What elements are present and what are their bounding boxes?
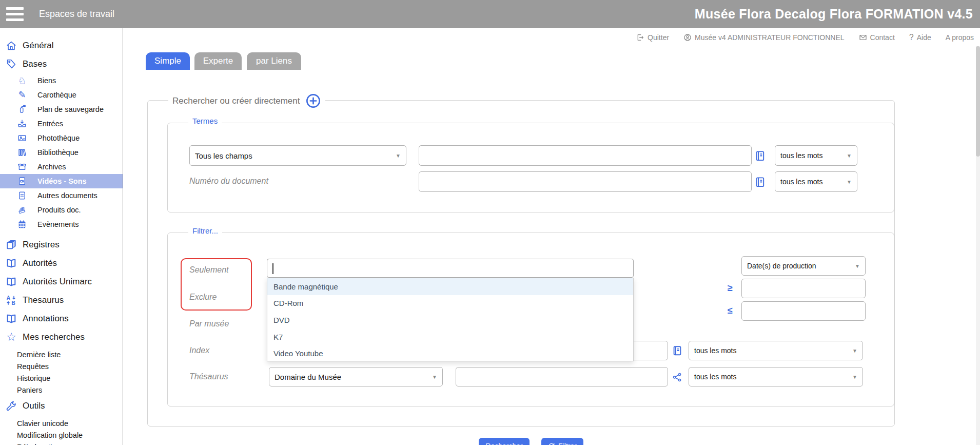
user-icon <box>683 33 692 42</box>
star-icon: ☆ <box>5 332 17 343</box>
date-field-select[interactable]: Date(s) de production ▼ <box>741 256 866 276</box>
sidebar-item-autorites[interactable]: Autorités <box>0 254 123 273</box>
seulement-exclure-highlight-box <box>181 258 252 311</box>
terms-words-select[interactable]: tous les mots ▼ <box>775 145 857 166</box>
svg-text:B: B <box>11 300 15 306</box>
scrollbar-thumb[interactable] <box>976 46 980 157</box>
quit-link[interactable]: Quitter <box>636 33 669 42</box>
open-book-icon <box>5 258 17 269</box>
sidebar-item-videos-sons[interactable]: Vidéos - Sons <box>0 174 123 188</box>
filtrer-button[interactable]: Filtrer <box>541 438 583 445</box>
help-link[interactable]: ? Aide <box>909 33 931 42</box>
share-hierarchy-icon[interactable] <box>672 371 684 384</box>
chevron-down-icon: ▼ <box>847 153 852 159</box>
sidebar-item-registres[interactable]: Registres <box>0 236 123 254</box>
sidebar-item-historique[interactable]: Historique <box>0 372 123 384</box>
tab-simple[interactable]: Simple <box>146 52 190 70</box>
index-book-icon[interactable] <box>672 344 684 357</box>
domaine-select[interactable]: Domaine du Musée ▼ <box>269 367 443 386</box>
sidebar-item-outils[interactable]: Outils <box>0 397 123 415</box>
logout-icon <box>636 33 644 42</box>
inbox-download-icon <box>17 119 27 128</box>
sidebar-item-bases[interactable]: Bases <box>0 55 123 73</box>
sidebar-item-reindexation[interactable]: Réindexation <box>0 441 123 445</box>
sidebar-item-carotheque[interactable]: ✎ Carothèque <box>0 88 123 102</box>
field-select[interactable]: Tous les champs ▼ <box>189 145 406 166</box>
open-box-icon <box>17 162 27 171</box>
about-link[interactable]: A propos <box>946 33 974 42</box>
hamburger-menu-icon[interactable] <box>6 7 24 21</box>
sidebar-item-produits-doc[interactable]: Produits doc. <box>0 203 123 217</box>
dropdown-option[interactable]: K7 <box>267 328 633 345</box>
envelope-icon <box>859 33 867 42</box>
workspace-label[interactable]: Espaces de travail <box>39 0 114 28</box>
books-icon <box>17 148 27 157</box>
paper-stack-icon <box>17 205 27 215</box>
tag-icon <box>5 59 17 70</box>
rechercher-button[interactable]: Rechercher <box>479 438 530 445</box>
sidebar-item-modification-globale[interactable]: Modification globale <box>0 429 123 441</box>
sidebar: Général Bases ♘ Biens ✎ Carothèque Plan … <box>0 28 123 445</box>
support-combobox-input[interactable] <box>267 259 634 278</box>
sidebar-item-autorites-unimarc[interactable]: Autorités Unimarc <box>0 273 123 291</box>
sidebar-item-mes-recherches[interactable]: ☆ Mes recherches <box>0 328 123 346</box>
termes-legend: Termes <box>188 117 222 125</box>
sidebar-item-plan-de-sauvegarde[interactable]: Plan de sauvegarde <box>0 102 123 117</box>
chevron-down-icon: ▼ <box>396 153 401 159</box>
index-label: Index <box>189 346 209 355</box>
date-from-input[interactable] <box>741 279 866 298</box>
tab-experte[interactable]: Experte <box>194 52 242 70</box>
chevron-down-icon: ▼ <box>855 263 860 269</box>
question-mark-icon: ? <box>909 33 914 42</box>
sidebar-item-thesaurus[interactable]: AB Thesaurus <box>0 291 123 309</box>
chevron-down-icon: ▼ <box>852 374 857 380</box>
sidebar-item-requetes[interactable]: Requêtes <box>0 360 123 372</box>
thesaurus-words-select[interactable]: tous les mots ▼ <box>689 367 863 386</box>
dropdown-option[interactable]: DVD <box>267 312 633 328</box>
index-book-icon[interactable] <box>754 175 767 188</box>
sidebar-item-derniere-liste[interactable]: Dernière liste <box>0 349 123 360</box>
date-to-input[interactable] <box>741 301 866 321</box>
open-book-icon <box>5 313 17 324</box>
chevron-down-icon: ▼ <box>432 374 437 380</box>
document-icon <box>17 191 27 200</box>
sidebar-item-bibliotheque[interactable]: Bibliothèque <box>0 145 123 160</box>
svg-text:A: A <box>7 295 11 301</box>
support-dropdown-list: Bande magnétique CD-Rom DVD K7 Video You… <box>267 278 634 361</box>
contact-link[interactable]: Contact <box>859 33 895 42</box>
dropdown-option[interactable]: Bande magnétique <box>267 278 633 295</box>
numero-words-select[interactable]: tous les mots ▼ <box>775 171 857 192</box>
sidebar-item-paniers[interactable]: Paniers <box>0 384 123 396</box>
thesaurus-input[interactable] <box>456 367 668 386</box>
greater-equal-symbol: ≥ <box>728 283 733 294</box>
chevron-down-icon: ▼ <box>852 348 857 354</box>
dropdown-option[interactable]: Video Youtube <box>267 345 633 362</box>
sidebar-item-phototheque[interactable]: Photothèque <box>0 131 123 145</box>
sidebar-item-annotations[interactable]: Annotations <box>0 309 123 328</box>
index-words-select[interactable]: tous les mots ▼ <box>689 341 863 360</box>
filtrer-legend: Filtrer... <box>188 226 222 235</box>
user-menu[interactable]: Musée v4 ADMINISTRATEUR FONCTIONNEL <box>683 33 844 42</box>
pen-icon: ✎ <box>17 90 27 100</box>
wrench-icon <box>5 400 17 412</box>
sidebar-item-autres-documents[interactable]: Autres documents <box>0 188 123 203</box>
fire-extinguisher-icon <box>17 105 27 114</box>
dropdown-option[interactable]: CD-Rom <box>267 295 633 312</box>
sidebar-item-clavier-unicode[interactable]: Clavier unicode <box>0 417 123 429</box>
sidebar-item-general[interactable]: Général <box>0 36 123 55</box>
terms-search-input[interactable] <box>419 145 752 166</box>
refresh-icon <box>548 442 555 445</box>
tab-par-liens[interactable]: par Liens <box>247 52 301 70</box>
sort-alpha-icon: AB <box>5 295 17 306</box>
registers-icon <box>5 239 17 250</box>
sidebar-item-archives[interactable]: Archives <box>0 160 123 174</box>
numero-document-label: Numéro du document <box>189 177 268 186</box>
sidebar-item-evenements[interactable]: Evènements <box>0 217 123 231</box>
top-bar: Espaces de travail Musée Flora Decalog F… <box>0 0 980 28</box>
sidebar-item-entrees[interactable]: Entrées <box>0 117 123 131</box>
sidebar-item-biens[interactable]: ♘ Biens <box>0 73 123 88</box>
add-circle-icon[interactable] <box>305 93 321 109</box>
home-icon <box>5 40 17 51</box>
index-book-icon[interactable] <box>754 149 767 162</box>
numero-document-input[interactable] <box>419 171 752 192</box>
